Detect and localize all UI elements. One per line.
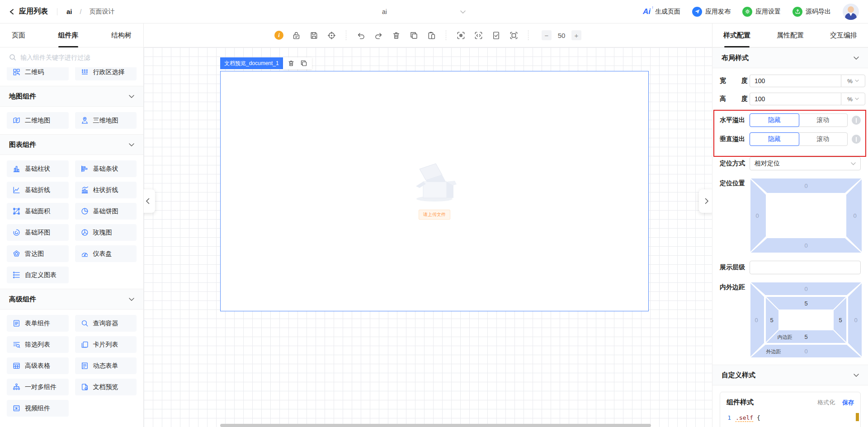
tab-interaction-config[interactable]: 交互编排 <box>830 23 857 47</box>
user-avatar[interactable] <box>843 4 859 20</box>
gauge-icon <box>81 250 89 258</box>
position-offsets-diagram[interactable]: 0 0 0 0 <box>750 178 863 253</box>
layout-style-section-header[interactable]: 布局样式 <box>712 47 868 68</box>
binding-toggle-icon[interactable] <box>852 116 861 125</box>
component-item[interactable]: 一对多组件 <box>7 379 69 395</box>
height-input[interactable] <box>750 93 841 105</box>
width-input[interactable] <box>750 75 841 87</box>
overflow-hidden-option[interactable]: 隐藏 <box>750 113 799 127</box>
component-item[interactable]: 基础饼图 <box>75 203 137 220</box>
vertical-overflow-label: 垂直溢出 <box>720 135 750 143</box>
topbar-action-4[interactable]: 源码导出 <box>793 7 831 17</box>
back-label[interactable]: 应用列表 <box>19 7 48 16</box>
component-item[interactable]: 基础环图 <box>7 224 69 241</box>
editor-scrollbar-thumb[interactable] <box>856 413 859 421</box>
zoom-out-button[interactable]: − <box>542 30 552 40</box>
topbar-action-1[interactable]: Ai↑生成页面 <box>643 7 680 16</box>
save-button[interactable]: 保存 <box>842 399 854 407</box>
format-button[interactable]: 格式化 <box>817 399 835 407</box>
component-item[interactable]: 查询容器 <box>75 315 137 332</box>
position-mode-select[interactable]: 相对定位 <box>750 157 861 170</box>
back-icon[interactable] <box>9 9 14 15</box>
component-item[interactable]: 筛选列表 <box>7 336 69 353</box>
page-selector-dropdown[interactable]: ai <box>362 0 470 23</box>
component-item[interactable]: 卡片列表 <box>75 336 137 353</box>
component-item[interactable]: 视频组件 <box>7 400 69 417</box>
component-item[interactable]: 基础柱状 <box>7 160 69 177</box>
overflow-hidden-option[interactable]: 隐藏 <box>750 132 799 146</box>
component-item[interactable]: 动态表单 <box>75 357 137 374</box>
component-item[interactable]: 柱状折线 <box>75 182 137 198</box>
zoom-in-button[interactable]: + <box>571 30 581 40</box>
component-item[interactable]: 基础条状 <box>75 160 137 177</box>
topbar-action-3[interactable]: 应用设置 <box>742 7 781 17</box>
tab-structure-tree[interactable]: 结构树 <box>111 23 132 47</box>
topbar-action-2[interactable]: 应用发布 <box>692 7 731 17</box>
custom-style-section-header[interactable]: 自定义样式 <box>712 365 868 385</box>
doc-check-icon[interactable] <box>491 30 501 40</box>
svg-text:0: 0 <box>804 242 807 249</box>
page-designer-app: 应用列表 ai / 页面设计 ai Ai↑生成页面应用发布应用设置源码导出 页面… <box>0 0 868 427</box>
map2d-icon <box>13 117 20 124</box>
tab-property-config[interactable]: 属性配置 <box>777 23 804 47</box>
component-item-label: 行政区选择 <box>93 68 125 76</box>
component-list[interactable]: 二维码行政区选择地图组件二维地图三维地图图表组件基础柱状基础条状基础折线柱状折线… <box>0 67 143 427</box>
canvas-horizontal-scrollbar[interactable] <box>220 424 651 427</box>
copy-icon[interactable] <box>409 30 419 40</box>
css-code-editor[interactable]: 1 .self { <box>720 412 860 427</box>
info-icon[interactable]: i <box>274 31 283 40</box>
unlock-icon[interactable] <box>291 30 301 40</box>
tab-pages[interactable]: 页面 <box>12 23 25 47</box>
component-item[interactable]: 自定义图表 <box>7 267 69 283</box>
component-item[interactable]: 基础面积 <box>7 203 69 220</box>
preview-icon[interactable] <box>456 30 466 40</box>
component-item[interactable]: 高级表格 <box>7 357 69 374</box>
frame-icon[interactable] <box>509 30 519 40</box>
component-item[interactable]: 三维地图 <box>75 112 137 129</box>
component-item[interactable]: 表单组件 <box>7 315 69 332</box>
sidebar-tabs: 页面 组件库 结构树 <box>0 23 143 47</box>
copy-component-icon[interactable] <box>300 60 307 67</box>
upload-file-button[interactable]: 请上传文件 <box>419 210 450 220</box>
component-item[interactable]: 基础折线 <box>7 182 69 198</box>
trash-icon[interactable] <box>391 30 401 40</box>
height-unit-select[interactable]: % <box>841 93 865 105</box>
section-header[interactable]: 高级组件 <box>0 289 143 310</box>
barline-icon <box>81 186 89 194</box>
overflow-scroll-option[interactable]: 滚动 <box>799 133 848 145</box>
component-item[interactable]: 行政区选择 <box>75 67 137 80</box>
width-unit-select[interactable]: % <box>841 75 865 87</box>
chevron-down-icon <box>854 56 859 60</box>
component-item-label: 一对多组件 <box>25 383 57 391</box>
undo-icon[interactable] <box>356 30 366 40</box>
component-item-label: 仪表盘 <box>93 250 112 258</box>
tab-style-config[interactable]: 样式配置 <box>723 23 750 47</box>
canvas-grid[interactable]: 文档预览_document_1 <box>144 47 712 427</box>
spacing-row: 内外边距 0 0 0 0 5 <box>720 282 861 358</box>
component-item[interactable]: 文档预览 <box>75 379 137 395</box>
section-header[interactable]: 地图组件 <box>0 86 143 107</box>
document-preview-component[interactable]: 请上传文件 <box>220 71 649 311</box>
region-icon <box>81 68 89 76</box>
spacing-diagram[interactable]: 0 0 0 0 5 5 5 5 内边距 外边距 <box>750 282 863 358</box>
component-search-input[interactable] <box>20 54 134 61</box>
binding-toggle-icon[interactable] <box>852 135 861 144</box>
redo-icon[interactable] <box>373 30 383 40</box>
tree-icon <box>13 383 20 391</box>
z-index-input[interactable] <box>750 261 861 274</box>
overflow-scroll-option[interactable]: 滚动 <box>799 114 848 127</box>
component-item[interactable]: 雷达图 <box>7 245 69 262</box>
tab-component-library[interactable]: 组件库 <box>58 23 79 47</box>
component-item[interactable]: 玫瑰图 <box>75 224 137 241</box>
save-icon[interactable] <box>309 30 319 40</box>
component-item[interactable]: 仪表盘 <box>75 245 137 262</box>
component-item[interactable]: 二维地图 <box>7 112 69 129</box>
component-item[interactable]: 二维码 <box>7 67 69 80</box>
layout-style-title: 布局样式 <box>722 54 749 62</box>
crosshair-icon[interactable] <box>326 30 336 40</box>
delete-component-icon[interactable] <box>288 60 295 67</box>
page-selector-value: ai <box>382 8 387 15</box>
paste-icon[interactable] <box>426 30 436 40</box>
section-header[interactable]: 图表组件 <box>0 134 143 155</box>
code-icon[interactable] <box>473 30 483 40</box>
